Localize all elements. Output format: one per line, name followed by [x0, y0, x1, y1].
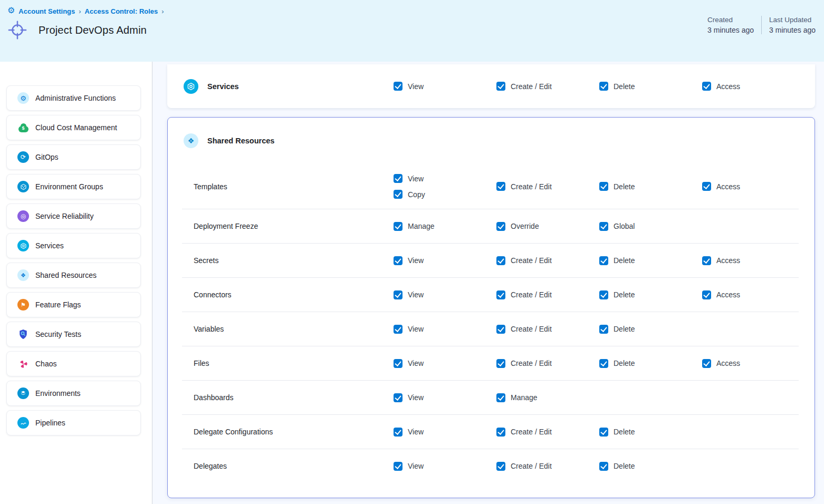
permission-access[interactable]: Access [702, 359, 805, 368]
checkbox-checked-icon[interactable] [599, 222, 608, 231]
permission-delete[interactable]: Delete [599, 359, 702, 368]
sidebar-item-feature-flags[interactable]: ⚑Feature Flags [6, 292, 141, 317]
shared-resources-section-header: ❖ Shared Resources [168, 118, 815, 164]
checkbox-checked-icon[interactable] [496, 290, 505, 299]
checkbox-checked-icon[interactable] [394, 325, 403, 334]
permission-manage[interactable]: Manage [496, 393, 599, 402]
permission-delete[interactable]: Delete [599, 82, 702, 91]
checkbox-checked-icon[interactable] [394, 82, 403, 91]
checkbox-checked-icon[interactable] [496, 222, 505, 231]
checkbox-checked-icon[interactable] [496, 462, 505, 471]
chevron-right-icon: › [79, 7, 81, 15]
checkbox-checked-icon[interactable] [599, 182, 608, 191]
checkbox-checked-icon[interactable] [394, 393, 403, 402]
sidebar-item-security-tests[interactable]: Security Tests [6, 322, 141, 347]
permission-row-delegates: DelegatesViewCreate / EditDelete [182, 449, 799, 483]
permission-delete[interactable]: Delete [599, 325, 702, 334]
checkbox-checked-icon[interactable] [394, 222, 403, 231]
checkbox-checked-icon[interactable] [394, 428, 403, 437]
permission-view[interactable]: View [394, 256, 496, 265]
checkbox-checked-icon[interactable] [702, 290, 711, 299]
permission-view[interactable]: View [394, 359, 496, 368]
permission-copy[interactable]: Copy [394, 190, 496, 199]
permission-label: View [408, 393, 424, 402]
checkbox-checked-icon[interactable] [496, 428, 505, 437]
checkbox-checked-icon[interactable] [702, 182, 711, 191]
breadcrumb-link-account-settings[interactable]: Account Settings [18, 7, 75, 15]
checkbox-checked-icon[interactable] [394, 174, 403, 183]
checkbox-checked-icon[interactable] [496, 256, 505, 265]
sidebar-item-administrative-functions[interactable]: ⚙Administrative Functions [6, 85, 141, 111]
checkbox-checked-icon[interactable] [599, 256, 608, 265]
permission-access[interactable]: Access [702, 290, 805, 299]
permission-access[interactable]: Access [702, 256, 805, 265]
sidebar-item-service-reliability[interactable]: ◎Service Reliability [6, 203, 141, 229]
sidebar-list: ⚙Administrative Functions$Cloud Cost Man… [0, 85, 152, 435]
checkbox-checked-icon[interactable] [496, 325, 505, 334]
checkbox-checked-icon[interactable] [496, 182, 505, 191]
permission-view[interactable]: View [394, 325, 496, 334]
checkbox-checked-icon[interactable] [599, 325, 608, 334]
permission-delete[interactable]: Delete [599, 290, 702, 299]
permission-delete[interactable]: Delete [599, 462, 702, 471]
permission-cell: Create / Edit [496, 462, 599, 471]
permission-delete[interactable]: Delete [599, 256, 702, 265]
permission-cell: Override [496, 222, 599, 231]
permission-label: Access [716, 359, 740, 367]
permission-view[interactable]: View [394, 290, 496, 299]
permission-create-edit[interactable]: Create / Edit [496, 182, 599, 191]
checkbox-checked-icon[interactable] [599, 359, 608, 368]
checkbox-checked-icon[interactable] [496, 393, 505, 402]
permission-global[interactable]: Global [599, 222, 702, 231]
sidebar-item-services[interactable]: Services [6, 233, 141, 258]
permission-create-edit[interactable]: Create / Edit [496, 256, 599, 265]
permission-cell: Global [599, 222, 702, 231]
checkbox-checked-icon[interactable] [599, 428, 608, 437]
permission-create-edit[interactable]: Create / Edit [496, 82, 599, 91]
checkbox-checked-icon[interactable] [394, 462, 403, 471]
checkbox-checked-icon[interactable] [702, 82, 711, 91]
checkbox-checked-icon[interactable] [599, 82, 608, 91]
permission-view[interactable]: View [394, 174, 496, 183]
checkbox-checked-icon[interactable] [702, 256, 711, 265]
settings-gear-icon: ⚙ [7, 6, 15, 15]
permission-view[interactable]: View [394, 428, 496, 437]
permission-delete[interactable]: Delete [599, 182, 702, 191]
permission-view[interactable]: View [394, 462, 496, 471]
shared-resources-permission-card: ❖ Shared Resources TemplatesViewCopyCrea… [167, 117, 815, 498]
checkbox-checked-icon[interactable] [394, 359, 403, 368]
breadcrumb-link-access-control-roles[interactable]: Access Control: Roles [85, 7, 158, 15]
checkbox-checked-icon[interactable] [394, 290, 403, 299]
sidebar-item-pipelines[interactable]: Pipelines [6, 410, 141, 435]
permission-override[interactable]: Override [496, 222, 599, 231]
permission-create-edit[interactable]: Create / Edit [496, 290, 599, 299]
chaos-icon [17, 358, 29, 370]
sidebar-item-gitops[interactable]: ⟳GitOps [6, 144, 141, 170]
sidebar-item-chaos[interactable]: Chaos [6, 351, 141, 376]
sidebar-item-cloud-cost-management[interactable]: $Cloud Cost Management [6, 115, 141, 140]
permission-row-files: FilesViewCreate / EditDeleteAccess [182, 346, 799, 380]
permission-delete[interactable]: Delete [599, 428, 702, 437]
permission-access[interactable]: Access [702, 82, 805, 91]
permission-create-edit[interactable]: Create / Edit [496, 359, 599, 368]
permission-create-edit[interactable]: Create / Edit [496, 462, 599, 471]
permission-manage[interactable]: Manage [394, 222, 496, 231]
checkbox-checked-icon[interactable] [599, 462, 608, 471]
sidebar-item-environments[interactable]: Environments [6, 381, 141, 406]
checkbox-checked-icon[interactable] [496, 359, 505, 368]
permission-view[interactable]: View [394, 82, 496, 91]
permission-access[interactable]: Access [702, 182, 805, 191]
permission-create-edit[interactable]: Create / Edit [496, 428, 599, 437]
checkbox-checked-icon[interactable] [599, 290, 608, 299]
resource-label: Dashboards [194, 393, 394, 402]
sidebar-item-shared-resources[interactable]: ❖Shared Resources [6, 263, 141, 288]
checkbox-checked-icon[interactable] [496, 82, 505, 91]
sidebar-item-environment-groups[interactable]: Environment Groups [6, 174, 141, 199]
checkbox-checked-icon[interactable] [702, 359, 711, 368]
permission-label: View [408, 175, 424, 183]
checkbox-checked-icon[interactable] [394, 190, 403, 199]
permission-cell: Delete [599, 290, 702, 299]
checkbox-checked-icon[interactable] [394, 256, 403, 265]
permission-view[interactable]: View [394, 393, 496, 402]
permission-create-edit[interactable]: Create / Edit [496, 325, 599, 334]
